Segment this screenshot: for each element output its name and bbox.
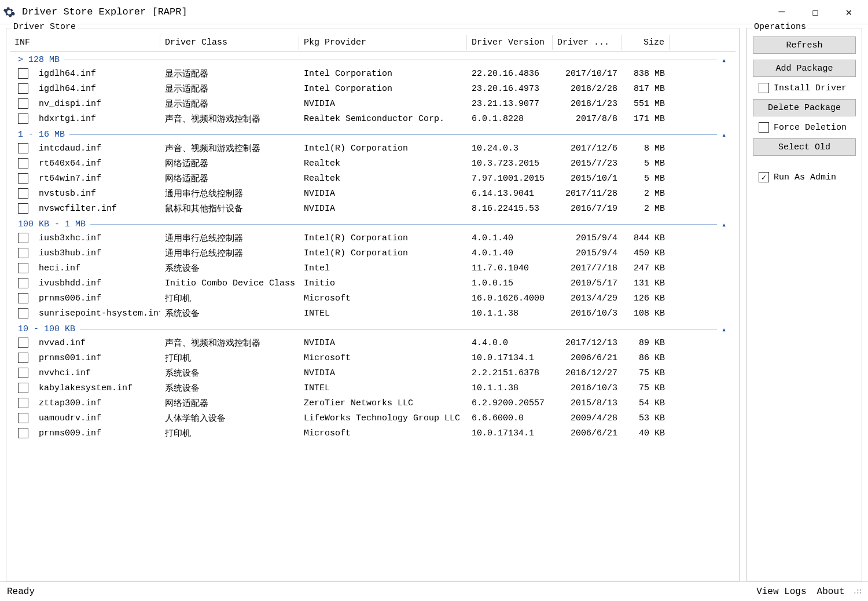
run-as-admin-check[interactable]: ✓ Run As Admin [753,172,856,182]
cell-size: 75 KB [622,383,670,393]
row-checkbox[interactable] [18,173,28,184]
group-header[interactable]: 10 - 100 KB▴ [10,321,735,335]
collapse-icon[interactable]: ▴ [722,220,735,229]
table-row[interactable]: iusb3hub.inf 通用串行总线控制器 Intel(R) Corporat… [10,245,735,261]
table-row[interactable]: prnms006.inf 打印机 Microsoft 16.0.1626.400… [10,291,735,306]
table-row[interactable]: nvswcfilter.inf 鼠标和其他指针设备 NVIDIA 8.16.22… [10,201,735,216]
cell-class: 声音、视频和游戏控制器 [160,113,299,124]
row-checkbox[interactable] [18,383,28,393]
cell-provider: Intel Corporation [299,69,467,79]
delete-package-button[interactable]: Delete Package [753,99,856,116]
cell-class: 系统设备 [160,368,299,379]
cell-class: Initio Combo Device Class [160,278,299,288]
row-checkbox[interactable] [18,293,28,303]
row-checkbox[interactable] [18,263,28,273]
row-checkbox[interactable] [18,248,28,258]
cell-version: 10.3.723.2015 [467,159,553,168]
col-size[interactable]: Size [622,35,670,50]
collapse-icon[interactable]: ▴ [722,130,735,140]
table-row[interactable]: iusb3xhc.inf 通用串行总线控制器 Intel(R) Corporat… [10,230,735,245]
cell-class: 显示适配器 [160,68,299,79]
table-row[interactable]: prnms001.inf 打印机 Microsoft 10.0.17134.1 … [10,350,735,365]
row-checkbox[interactable] [18,338,28,348]
row-checkbox[interactable] [18,113,28,124]
table-row[interactable]: intcdaud.inf 声音、视频和游戏控制器 Intel(R) Corpor… [10,141,735,156]
cell-version: 1.0.0.15 [467,278,553,288]
resize-grip-icon[interactable]: .:: [853,587,861,596]
table-row[interactable]: igdlh64.inf 显示适配器 Intel Corporation 23.2… [10,81,735,96]
cell-class: 通用串行总线控制器 [160,233,299,244]
table-row[interactable]: sunrisepoint-hsystem.inf 系统设备 INTEL 10.1… [10,306,735,321]
run-as-admin-label: Run As Admin [774,173,836,182]
cell-class: 鼠标和其他指针设备 [160,203,299,214]
col-inf[interactable]: INF [10,35,160,50]
checkbox-checked-icon[interactable]: ✓ [759,172,769,182]
col-class[interactable]: Driver Class [160,35,299,50]
driver-store-legend: Driver Store [11,22,78,32]
force-deletion-check[interactable]: Force Deletion [753,122,856,133]
cell-inf: hdxrtgi.inf [34,114,160,124]
status-text: Ready [7,587,35,597]
table-row[interactable]: kabylakesystem.inf 系统设备 INTEL 10.1.1.38 … [10,380,735,395]
table-row[interactable]: heci.inf 系统设备 Intel 11.7.0.1040 2017/7/1… [10,261,735,276]
table-row[interactable]: hdxrtgi.inf 声音、视频和游戏控制器 Realtek Semicond… [10,111,735,126]
cell-class: 声音、视频和游戏控制器 [160,338,299,349]
col-date[interactable]: Driver ... [553,35,622,50]
row-checkbox[interactable] [18,143,28,153]
row-checkbox[interactable] [18,83,28,94]
row-checkbox[interactable] [18,413,28,423]
cell-provider: Initio [299,278,467,288]
row-checkbox[interactable] [18,203,28,214]
row-checkbox[interactable] [18,158,28,168]
collapse-icon[interactable]: ▴ [722,325,735,334]
cell-provider: Intel(R) Corporation [299,248,467,258]
cell-date: 2017/12/6 [553,144,622,153]
minimize-button[interactable]: ─ [765,1,799,23]
cell-size: 75 KB [622,368,670,378]
row-checkbox[interactable] [18,188,28,199]
group-header[interactable]: 1 - 16 MB▴ [10,126,735,141]
group-header[interactable]: 100 KB - 1 MB▴ [10,216,735,230]
checkbox-icon[interactable] [759,122,769,133]
table-row[interactable]: igdlh64.inf 显示适配器 Intel Corporation 22.2… [10,66,735,81]
group-header[interactable]: > 128 MB▴ [10,52,735,66]
row-checkbox[interactable] [18,428,28,438]
table-row[interactable]: nvstusb.inf 通用串行总线控制器 NVIDIA 6.14.13.904… [10,186,735,201]
select-old-button[interactable]: Select Old [753,138,856,156]
row-checkbox[interactable] [18,353,28,363]
checkbox-icon[interactable] [759,83,769,93]
table-row[interactable]: nvvad.inf 声音、视频和游戏控制器 NVIDIA 4.4.0.0 201… [10,335,735,350]
install-driver-check[interactable]: Install Driver [753,83,856,93]
column-headers[interactable]: INF Driver Class Pkg Provider Driver Ver… [10,34,735,52]
add-package-button[interactable]: Add Package [753,60,856,77]
collapse-icon[interactable]: ▴ [722,56,735,65]
cell-date: 2016/12/27 [553,368,622,378]
table-row[interactable]: rt640x64.inf 网络适配器 Realtek 10.3.723.2015… [10,156,735,171]
cell-date: 2013/4/29 [553,294,622,303]
table-row[interactable]: nv_dispi.inf 显示适配器 NVIDIA 23.21.13.9077 … [10,96,735,111]
view-logs-link[interactable]: View Logs [756,587,806,597]
row-checkbox[interactable] [18,233,28,243]
cell-provider: NVIDIA [299,204,467,214]
cell-class: 打印机 [160,428,299,439]
table-row[interactable]: rt64win7.inf 网络适配器 Realtek 7.97.1001.201… [10,171,735,186]
row-checkbox[interactable] [18,278,28,288]
table-row[interactable]: zttap300.inf 网络适配器 ZeroTier Networks LLC… [10,395,735,411]
col-provider[interactable]: Pkg Provider [299,35,467,50]
cell-inf: heci.inf [34,263,160,273]
table-row[interactable]: prnms009.inf 打印机 Microsoft 10.0.17134.1 … [10,426,735,441]
row-checkbox[interactable] [18,98,28,109]
row-checkbox[interactable] [18,368,28,378]
refresh-button[interactable]: Refresh [753,36,856,54]
table-row[interactable]: ivusbhdd.inf Initio Combo Device Class I… [10,276,735,291]
about-link[interactable]: About [817,587,845,597]
maximize-button[interactable]: ☐ [799,1,832,23]
close-button[interactable]: ✕ [832,1,866,23]
col-version[interactable]: Driver Version [467,35,553,50]
cell-version: 10.1.1.38 [467,309,553,318]
table-row[interactable]: uamoudrv.inf 人体学输入设备 LifeWorks Technolog… [10,411,735,426]
row-checkbox[interactable] [18,68,28,79]
table-row[interactable]: nvvhci.inf 系统设备 NVIDIA 2.2.2151.6378 201… [10,365,735,380]
row-checkbox[interactable] [18,398,28,408]
row-checkbox[interactable] [18,308,28,318]
